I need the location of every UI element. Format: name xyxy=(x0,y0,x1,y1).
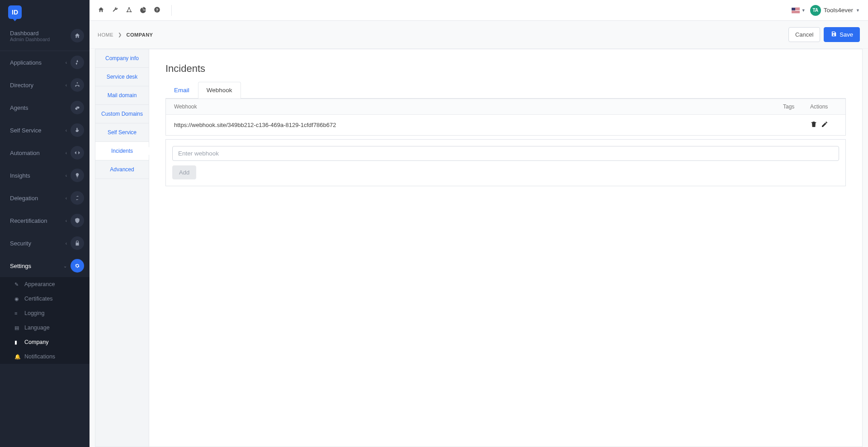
webhook-table: Webhook Tags Actions https://webhook.sit… xyxy=(165,99,846,136)
bell-icon: 🔔 xyxy=(14,354,21,360)
nav-directory[interactable]: Directory ‹ xyxy=(0,74,90,96)
breadcrumb: HOME ❯ COMPANY xyxy=(98,32,153,38)
logo-area: ID xyxy=(0,0,90,24)
sidebar: ID Dashboard Admin Dashboard Application… xyxy=(0,0,90,447)
nav-security[interactable]: Security ‹ xyxy=(0,232,90,254)
settings-subnav: ✎Appearance ◉Certificates ≡Logging ▤Lang… xyxy=(0,277,90,364)
chevron-left-icon: ‹ xyxy=(66,218,67,223)
save-icon xyxy=(830,31,837,38)
nav-dashboard-label: Dashboard xyxy=(10,30,71,37)
exchange-icon xyxy=(71,191,84,205)
edit-icon[interactable] xyxy=(821,121,828,129)
inner-nav-company-info[interactable]: Company info xyxy=(95,49,149,68)
list-icon: ≡ xyxy=(14,311,21,316)
chevron-right-icon: ❯ xyxy=(118,32,122,37)
cancel-button[interactable]: Cancel xyxy=(788,27,820,42)
content-panel: Incidents Email Webhook Webhook Tags Act… xyxy=(149,49,863,447)
chevron-down-icon: ⌄ xyxy=(63,263,67,268)
wrench-icon[interactable] xyxy=(112,6,118,14)
nav-self-service[interactable]: Self Service ‹ xyxy=(0,119,90,141)
certificate-icon: ◉ xyxy=(14,296,21,302)
inner-sidebar: Company info Service desk Mail domain Cu… xyxy=(95,49,149,447)
breadcrumb-home[interactable]: HOME xyxy=(98,32,113,38)
building-icon: ▮ xyxy=(14,339,21,345)
main-area: ? ▼ TA Tools4ever ▼ HOME ❯ CO xyxy=(90,0,868,447)
nav-recertification[interactable]: Recertification ‹ xyxy=(0,209,90,232)
brush-icon: ✎ xyxy=(14,282,21,287)
chevron-left-icon: ‹ xyxy=(66,60,67,65)
nav-dashboard-subtitle: Admin Dashboard xyxy=(10,37,71,42)
home-icon xyxy=(71,29,84,42)
nav-delegation[interactable]: Delegation ‹ xyxy=(0,187,90,209)
svg-point-0 xyxy=(128,7,130,8)
svg-point-2 xyxy=(131,11,132,12)
chevron-left-icon: ‹ xyxy=(66,196,67,201)
username: Tools4ever xyxy=(824,7,853,14)
inner-nav-advanced[interactable]: Advanced xyxy=(95,160,149,179)
svg-text:?: ? xyxy=(156,7,158,12)
subnav-language[interactable]: ▤Language xyxy=(0,320,90,335)
subnav-notifications[interactable]: 🔔Notifications xyxy=(0,349,90,364)
inner-nav-incidents[interactable]: Incidents xyxy=(95,142,149,160)
chevron-left-icon: ‹ xyxy=(66,83,67,88)
add-button[interactable]: Add xyxy=(172,165,196,179)
inner-nav-custom-domains[interactable]: Custom Domains xyxy=(95,105,149,123)
subnav-certificates[interactable]: ◉Certificates xyxy=(0,292,90,306)
code-icon xyxy=(71,146,84,160)
inner-nav-self-service[interactable]: Self Service xyxy=(95,123,149,142)
delete-icon[interactable] xyxy=(810,121,817,129)
nav-dashboard[interactable]: Dashboard Admin Dashboard xyxy=(0,24,90,47)
tab-email[interactable]: Email xyxy=(165,82,198,98)
nav-agents[interactable]: Agents xyxy=(0,96,90,119)
caret-down-icon: ▼ xyxy=(802,8,806,13)
col-tags: Tags xyxy=(783,104,810,110)
webhook-table-header: Webhook Tags Actions xyxy=(166,99,845,115)
logo[interactable]: ID xyxy=(8,5,22,19)
rocket-icon xyxy=(71,56,84,69)
help-icon[interactable]: ? xyxy=(154,6,160,14)
subnav-logging[interactable]: ≡Logging xyxy=(0,306,90,320)
nav-section: Applications ‹ Directory ‹ Agents Self S… xyxy=(0,51,90,364)
flag-us-icon xyxy=(792,8,800,13)
page-title: Incidents xyxy=(165,63,846,75)
caret-down-icon: ▼ xyxy=(856,8,860,13)
home-icon[interactable] xyxy=(98,6,104,14)
flow-icon[interactable] xyxy=(126,6,132,14)
add-webhook-box: Add xyxy=(165,139,846,186)
tabs: Email Webhook xyxy=(165,82,846,99)
subnav-appearance[interactable]: ✎Appearance xyxy=(0,277,90,292)
bulb-icon xyxy=(71,169,84,182)
webhook-input[interactable] xyxy=(172,146,839,161)
webhook-row: https://webhook.site/349bb212-c136-469a-… xyxy=(166,115,845,135)
avatar: TA xyxy=(810,5,821,16)
nav-automation[interactable]: Automation ‹ xyxy=(0,141,90,164)
shield-icon xyxy=(71,214,84,227)
language-icon: ▤ xyxy=(14,325,21,331)
save-button[interactable]: Save xyxy=(824,27,860,42)
inner-nav-service-desk[interactable]: Service desk xyxy=(95,68,149,86)
col-actions: Actions xyxy=(810,104,837,110)
nav-applications[interactable]: Applications ‹ xyxy=(0,51,90,74)
language-selector[interactable]: ▼ xyxy=(792,8,806,13)
inner-nav-mail-domain[interactable]: Mail domain xyxy=(95,86,149,105)
webhook-url: https://webhook.site/349bb212-c136-469a-… xyxy=(174,122,783,128)
chevron-left-icon: ‹ xyxy=(66,128,67,133)
content-row: Company info Service desk Mail domain Cu… xyxy=(90,49,868,447)
breadcrumb-row: HOME ❯ COMPANY Cancel Save xyxy=(90,21,868,49)
tab-webhook[interactable]: Webhook xyxy=(198,82,241,99)
divider xyxy=(171,5,172,16)
col-webhook: Webhook xyxy=(174,104,783,110)
breadcrumb-current: COMPANY xyxy=(127,32,153,38)
gear-icon xyxy=(71,259,84,273)
lock-icon xyxy=(71,236,84,250)
svg-point-1 xyxy=(127,11,128,12)
nav-settings[interactable]: Settings ⌄ xyxy=(0,254,90,277)
user-menu[interactable]: TA Tools4ever ▼ xyxy=(810,5,860,16)
chart-pie-icon[interactable] xyxy=(140,6,146,14)
chevron-left-icon: ‹ xyxy=(66,241,67,246)
chevron-left-icon: ‹ xyxy=(66,151,67,155)
subnav-company[interactable]: ▮Company xyxy=(0,335,90,349)
link-icon xyxy=(71,101,84,114)
nav-insights[interactable]: Insights ‹ xyxy=(0,164,90,187)
hand-icon xyxy=(71,123,84,137)
